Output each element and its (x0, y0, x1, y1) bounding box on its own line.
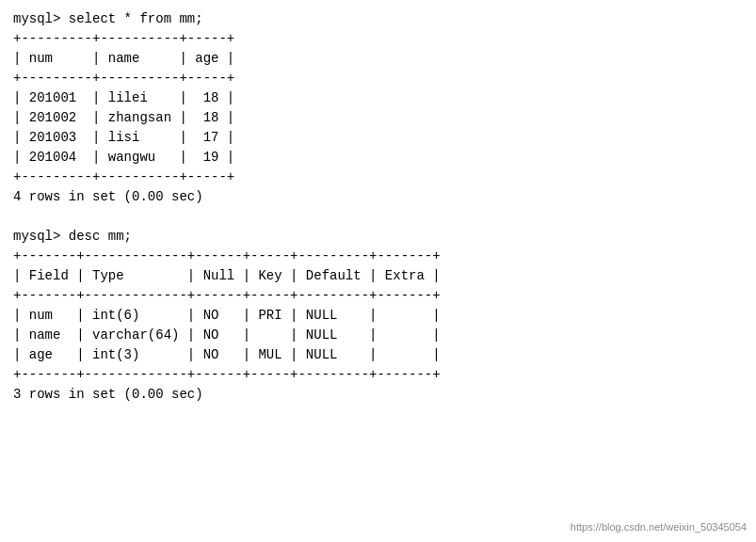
watermark: https://blog.csdn.net/weixin_50345054 (571, 521, 747, 533)
terminal-output: mysql> select * from mm; +---------+----… (13, 9, 743, 405)
